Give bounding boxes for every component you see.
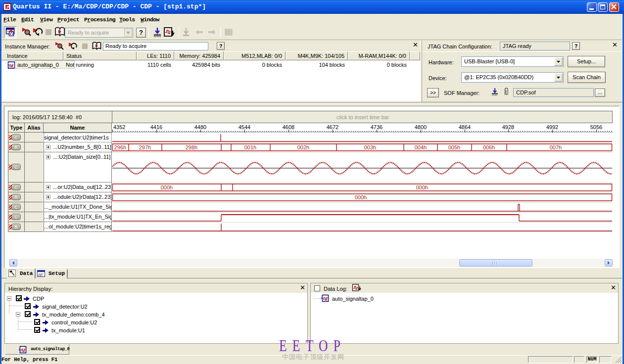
svg-text:296h: 296h <box>114 144 126 150</box>
svg-text:006h: 006h <box>483 144 495 150</box>
svg-text:4480: 4480 <box>194 124 206 130</box>
svg-text:4992: 4992 <box>546 124 558 130</box>
svg-text:000h: 000h <box>161 184 173 190</box>
svg-text:4800: 4800 <box>415 124 427 130</box>
svg-text:4672: 4672 <box>327 124 338 130</box>
svg-text:298h: 298h <box>186 144 197 150</box>
svg-text:003h: 003h <box>364 144 376 150</box>
svg-text:4864: 4864 <box>459 124 471 130</box>
svg-text:001h: 001h <box>244 144 256 150</box>
svg-text:297h: 297h <box>139 144 151 150</box>
svg-text:007h: 007h <box>550 144 562 150</box>
svg-text:5056: 5056 <box>590 124 602 130</box>
svg-text:4928: 4928 <box>502 124 514 130</box>
svg-text:004h: 004h <box>415 144 427 150</box>
svg-text:4736: 4736 <box>371 124 383 130</box>
svg-text:002h: 002h <box>297 144 309 150</box>
svg-text:000h: 000h <box>355 194 367 200</box>
svg-text:4416: 4416 <box>150 124 162 130</box>
svg-text:4608: 4608 <box>283 124 294 130</box>
svg-text:005h: 005h <box>448 144 460 150</box>
svg-text:4352: 4352 <box>113 124 125 130</box>
svg-text:4544: 4544 <box>239 124 250 130</box>
svg-text:000h: 000h <box>416 184 428 190</box>
